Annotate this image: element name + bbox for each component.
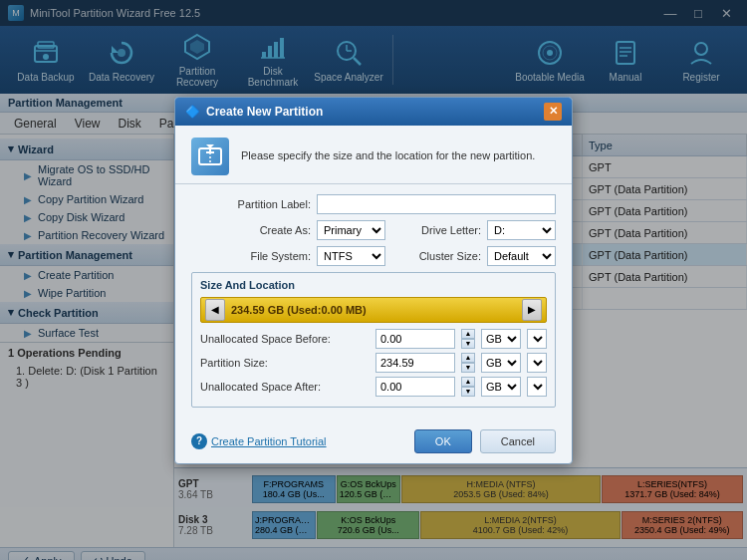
dialog-body: Partition Label: Create As: Primary Logi… [175, 184, 572, 423]
unallocated-before-input[interactable] [375, 329, 455, 349]
dialog-footer: ? Create Partition Tutorial OK Cancel [175, 423, 572, 463]
unit-dropdown-after[interactable]: ▾ [527, 377, 547, 397]
partition-size-label: Partition Size: [200, 357, 370, 369]
unallocated-after-input[interactable] [375, 377, 455, 397]
dialog-header: Please specify the size and the location… [175, 126, 572, 184]
unallocated-after-spinner[interactable]: ▲ ▼ [461, 377, 475, 397]
create-as-row: Create As: Primary Logical Drive Letter:… [191, 220, 556, 240]
bar-text: 234.59 GB (Used:0.00 MB) [231, 304, 367, 316]
dialog-title: Create New Partition [206, 105, 323, 119]
drive-letter-label: Drive Letter: [391, 224, 481, 236]
unit-dropdown-size[interactable]: ▾ [527, 353, 547, 373]
spin-down[interactable]: ▼ [461, 339, 475, 349]
create-as-select[interactable]: Primary Logical [317, 220, 385, 240]
partition-label-input[interactable] [317, 194, 556, 214]
unallocated-before-label: Unallocated Space Before: [200, 333, 370, 345]
filesystem-label: File System: [191, 250, 311, 262]
create-as-label: Create As: [191, 224, 311, 236]
spin-down-3[interactable]: ▼ [461, 387, 475, 397]
partition-label-label: Partition Label: [191, 198, 311, 210]
size-location-title: Size And Location [200, 279, 547, 291]
dialog-header-icon [191, 138, 229, 175]
size-location-bar: ◀ 234.59 GB (Used:0.00 MB) ▶ [200, 297, 547, 323]
unallocated-before-row: Unallocated Space Before: ▲ ▼ GB MB ▾ [200, 329, 547, 349]
unit-select-before[interactable]: GB MB [481, 329, 521, 349]
partition-size-input[interactable] [375, 353, 455, 373]
bar-left-nav[interactable]: ◀ [205, 299, 225, 321]
dialog-header-text: Please specify the size and the location… [241, 147, 535, 164]
unallocated-before-spinner[interactable]: ▲ ▼ [461, 329, 475, 349]
drive-letter-select[interactable]: D: E: F: [487, 220, 556, 240]
spin-down-2[interactable]: ▼ [461, 363, 475, 373]
filesystem-select[interactable]: NTFS FAT32 exFAT [317, 246, 385, 266]
filesystem-row: File System: NTFS FAT32 exFAT Cluster Si… [191, 246, 556, 266]
dialog-overlay: 🔷 Create New Partition ✕ Please specify … [0, 0, 747, 560]
size-location-section: Size And Location ◀ 234.59 GB (Used:0.00… [191, 272, 556, 408]
help-link[interactable]: ? Create Partition Tutorial [191, 433, 327, 449]
cluster-size-select[interactable]: Default 512B 1KB 4KB [487, 246, 556, 266]
partition-size-spinner[interactable]: ▲ ▼ [461, 353, 475, 373]
dialog-close-button[interactable]: ✕ [544, 103, 562, 121]
spin-up-3[interactable]: ▲ [461, 377, 475, 387]
spin-up-2[interactable]: ▲ [461, 353, 475, 363]
unallocated-after-row: Unallocated Space After: ▲ ▼ GB MB ▾ [200, 377, 547, 397]
create-partition-dialog: 🔷 Create New Partition ✕ Please specify … [174, 97, 573, 464]
help-icon: ? [191, 433, 207, 449]
dialog-title-bar: 🔷 Create New Partition ✕ [175, 98, 572, 126]
spin-up[interactable]: ▲ [461, 329, 475, 339]
dialog-title-icon: 🔷 [185, 105, 200, 119]
bar-right-nav[interactable]: ▶ [522, 299, 542, 321]
partition-size-row: Partition Size: ▲ ▼ GB MB ▾ [200, 353, 547, 373]
help-link-text: Create Partition Tutorial [211, 435, 327, 447]
unit-dropdown-before[interactable]: ▾ [527, 329, 547, 349]
ok-button[interactable]: OK [414, 429, 472, 453]
cluster-size-label: Cluster Size: [391, 250, 481, 262]
cancel-button[interactable]: Cancel [480, 429, 556, 453]
unit-select-after[interactable]: GB MB [481, 377, 521, 397]
unit-select-size[interactable]: GB MB [481, 353, 521, 373]
dialog-description: Please specify the size and the location… [241, 149, 535, 161]
unallocated-after-label: Unallocated Space After: [200, 381, 370, 393]
partition-label-row: Partition Label: [191, 194, 556, 214]
dialog-buttons: OK Cancel [414, 429, 556, 453]
